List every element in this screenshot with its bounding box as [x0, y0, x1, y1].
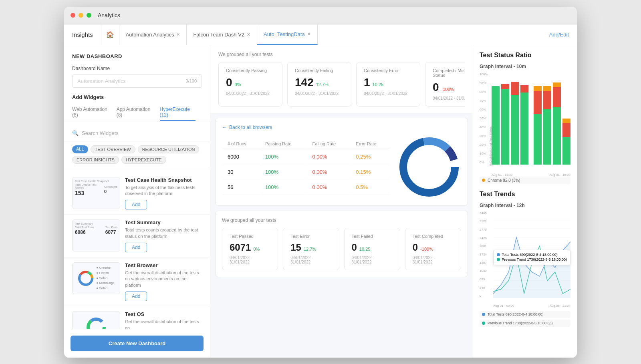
- stats-note-2: We grouped all your tests: [222, 217, 461, 223]
- widget-item-test-os: Test OS Get the overall distribution of …: [64, 306, 210, 329]
- legend-dot-previous: [482, 322, 485, 325]
- legend-total-tests: Total Tests 690(2022-8-4 18:00:00): [480, 311, 570, 318]
- widget-info-health: Test Case Health Snapshot To get analysi…: [125, 177, 202, 210]
- table-row: 56 100% 0.00% 0.5%: [223, 180, 390, 195]
- add-health-snapshot-button[interactable]: Add: [125, 200, 147, 209]
- stat-label: Consistently Failing: [295, 68, 344, 73]
- stat-label: Completed / Missing Status: [433, 68, 465, 78]
- tab-close-falcon[interactable]: ✕: [247, 32, 250, 37]
- widget-name-summary: Test Summary: [125, 219, 202, 225]
- trend-y-labels: 3469 3122 2775 2428 2081 1734 1387 1040 …: [480, 211, 492, 298]
- graph-interval-label: Graph Interval - 10m: [480, 64, 570, 69]
- chart-legend-chrome: Chrome 92.0 (3%): [480, 177, 570, 184]
- right-panel: Test Status Ratio Graph Interval - 10m %…: [473, 45, 577, 358]
- y-labels: 100% 90% 80% 70% 60% 50% 40% 30% 20% 10%…: [480, 72, 491, 165]
- widget-item-health-snapshot: Test Case Health Snapshot Total Unique T…: [64, 172, 210, 215]
- stat-change: 0%: [235, 82, 241, 87]
- widget-info-browser: Test Browser Get the overall distributio…: [125, 262, 202, 301]
- tab-bar: Insights 🏠 Automation Analytics ✕ Falcon…: [64, 24, 577, 45]
- tab-insights[interactable]: Insights: [64, 24, 101, 45]
- back-to-browsers-button[interactable]: ← Back to all browsers: [222, 125, 461, 130]
- stat-change: 10.25: [373, 82, 384, 87]
- widget-preview-summary: Test Summary Total Test Runs 6086 Test P…: [72, 219, 120, 251]
- stat-consistently-passing: Consistently Passing 00% 04/01/2022 - 31…: [218, 62, 282, 107]
- stat-label: Consistently Passing: [226, 68, 275, 73]
- stat-consistently-failing: Consistently Failing 14212.7% 04/01/2022…: [287, 62, 351, 107]
- filter-resource-utilization[interactable]: RESOURCE UTILIZATION: [138, 145, 200, 153]
- svg-marker-19: [493, 237, 570, 298]
- stat-change: 12.7%: [316, 82, 329, 87]
- app-window: Analytics Insights 🏠 Automation Analytic…: [64, 7, 577, 358]
- stat-test-error: Test Error 1512.7% 04/01/2022 - 31/01/20…: [283, 228, 339, 270]
- stat-completed-missing: Completed / Missing Status 0-100% 04/01/…: [425, 62, 465, 107]
- trend-legend: Total Tests 690(2022-8-4 18:00:00) Previ…: [480, 311, 570, 327]
- filter-test-overview[interactable]: TEST OVERVIEW: [91, 145, 135, 153]
- test-trends-section: Test Trends Graph Interval - 12h 3469 31…: [480, 191, 570, 327]
- trend-tooltip: Total Tests 690(2022-8-4 18:00:00) Previ…: [493, 250, 570, 265]
- window-title: Analytics: [98, 12, 120, 18]
- x-labels: Aug 01 - 13:30 Aug 01 - 15:08: [492, 173, 570, 177]
- main-layout: NEW DASHBOARD Dashboard Name Automation …: [64, 45, 577, 358]
- widget-preview-health: Test Case Health Snapshot Total Unique T…: [72, 177, 120, 209]
- dashboard-name-label: Dashboard Name: [72, 66, 202, 71]
- center-content: We grouped all your tests Consistently P…: [210, 45, 473, 358]
- home-icon[interactable]: 🏠: [101, 24, 119, 45]
- add-test-summary-button[interactable]: Add: [125, 243, 147, 252]
- col-failing: Failing Rate: [307, 139, 350, 149]
- filter-all[interactable]: ALL: [72, 145, 88, 153]
- minimize-button[interactable]: [79, 13, 83, 18]
- search-widgets-placeholder[interactable]: Search Widgets: [82, 130, 119, 136]
- tab-falcon[interactable]: Falcon Team Dash V2 ✕: [187, 24, 257, 45]
- widget-type-tabs: Web Automation (8) App Automation (8) Hy…: [64, 104, 210, 121]
- tab-app-automation[interactable]: App Automation (8): [117, 104, 153, 121]
- widget-item-test-browser: ● Chrome● Firefox● Safari● MicroEdge● Sa…: [64, 257, 210, 306]
- widget-name-os: Test OS: [125, 311, 202, 317]
- widget-desc-summary: Total tests counts grouped by the test s…: [125, 227, 202, 239]
- widget-item-test-summary: Test Summary Total Test Runs 6086 Test P…: [64, 215, 210, 257]
- trends-interval: Graph Interval - 12h: [480, 203, 570, 208]
- tab-hyperexecute[interactable]: HyperExecute (12): [160, 104, 196, 121]
- widget-preview-os: [72, 311, 120, 329]
- tab-close-automation[interactable]: ✕: [176, 32, 180, 37]
- browser-section: ← Back to all browsers # of Runs Passing…: [215, 118, 468, 206]
- tooltip-previous-trend: Previous Trend 1730(2022-8-5 18:00:00): [497, 257, 567, 261]
- svg-point-9: [407, 145, 451, 189]
- widget-info-summary: Test Summary Total tests counts grouped …: [125, 219, 202, 252]
- add-edit-button[interactable]: Add/Edit: [541, 32, 577, 38]
- col-passing: Passing Rate: [260, 139, 307, 149]
- maximize-button[interactable]: [87, 13, 91, 18]
- stats-row-1: Consistently Passing 00% 04/01/2022 - 31…: [218, 62, 465, 107]
- legend-dot-total: [482, 313, 485, 316]
- stat-label: Consistently Error: [364, 68, 413, 73]
- trends-title: Test Trends: [480, 191, 570, 198]
- table-row: 30 100% 0.00% 0.15%: [223, 165, 390, 179]
- tooltip-dot-blue: [497, 253, 500, 256]
- tab-auto-testing[interactable]: Auto_TestingData ✕: [257, 24, 318, 45]
- donut-chart: [397, 135, 461, 199]
- table-row: 6000 100% 0.00% 0.25%: [223, 150, 390, 164]
- widget-preview-browser: ● Chrome● Firefox● Safari● MicroEdge● Sa…: [72, 262, 120, 294]
- search-widgets-bar: 🔍 Search Widgets: [64, 125, 210, 141]
- widget-desc-browser: Get the overall distribution of the test…: [125, 270, 202, 288]
- browser-table: # of Runs Passing Rate Failing Rate Erro…: [222, 138, 391, 195]
- widget-desc-health: To get analysis of the flakiness tests o…: [125, 185, 202, 197]
- stats-row-2: Test Passed 60710% 04/01/2022 - 31/01/20…: [222, 228, 461, 270]
- close-button[interactable]: [71, 13, 75, 18]
- sidebar: NEW DASHBOARD Dashboard Name Automation …: [64, 45, 210, 358]
- tab-automation[interactable]: Automation Analytics ✕: [119, 24, 187, 45]
- sidebar-header: NEW DASHBOARD Dashboard Name Automation …: [64, 45, 210, 125]
- stat-consistently-error: Consistently Error 110.25 04/01/2022 - 3…: [356, 62, 420, 107]
- stat-test-failed: Test Failed 010.25 04/01/2022 - 31/01/20…: [344, 228, 400, 270]
- new-dashboard-title: NEW DASHBOARD: [72, 53, 202, 59]
- dashboard-name-field[interactable]: Automation Analytics 0/100: [72, 74, 202, 88]
- legend-dot-chrome: [482, 179, 485, 182]
- add-test-browser-button[interactable]: Add: [125, 292, 147, 301]
- tab-close-auto-testing[interactable]: ✕: [307, 32, 311, 37]
- create-dashboard-button[interactable]: Create New Dashboard: [71, 336, 204, 351]
- tooltip-total-tests: Total Tests 690(2022-8-4 18:00:00): [497, 253, 567, 257]
- filter-error-insights[interactable]: ERROR INSIGHTS: [72, 156, 119, 164]
- trend-chart-container: 3469 3122 2775 2428 2081 1734 1387 1040 …: [480, 211, 570, 308]
- tab-web-automation[interactable]: Web Automation (8): [72, 104, 110, 121]
- filter-hyperexecute[interactable]: HYPEREXECUTE: [121, 156, 166, 164]
- bar-chart-area: [492, 72, 570, 165]
